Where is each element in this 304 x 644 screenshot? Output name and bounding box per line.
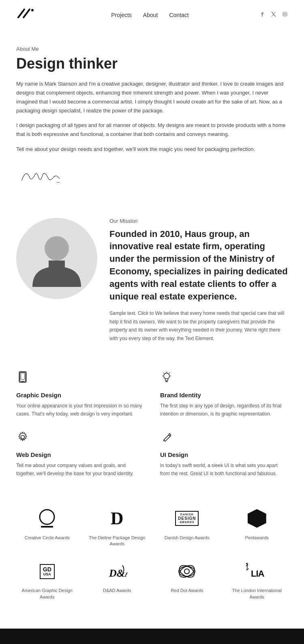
svg-point-25 [178, 563, 196, 580]
facebook-icon[interactable] [259, 11, 265, 19]
service-text-3: In today's swift world, a sleek UI is wh… [160, 461, 288, 478]
award-label-2: Danish Design Awards [165, 535, 209, 541]
navbar: Projects About Contact [0, 0, 304, 30]
award-label-3: Pentawards [245, 535, 269, 541]
nav-about[interactable]: About [143, 12, 158, 18]
svg-point-29 [246, 563, 248, 564]
award-label-6: Red Dot Awards [171, 588, 203, 594]
service-title-3: UI Design [160, 451, 288, 458]
service-text-2: Tell me about your company values and go… [16, 461, 144, 478]
service-title-1: Brand Identity [160, 392, 288, 398]
about-paragraph-3: Tell me about your design needs and toge… [16, 145, 288, 154]
red-dot-logo [178, 559, 196, 584]
mission-section: Our Mission Founded in 2010, Haus group,… [0, 202, 304, 359]
gear-icon [16, 431, 144, 446]
bulb-icon [160, 371, 288, 387]
award-agda: GD USA American Graphic Design Awards [16, 559, 78, 600]
svg-rect-9 [20, 373, 26, 382]
svg-rect-22 [41, 526, 53, 528]
about-title: Design thinker [16, 55, 288, 72]
about-label: About Me [16, 46, 288, 52]
svg-point-27 [184, 569, 189, 574]
service-title-2: Web Design [16, 451, 144, 458]
svg-rect-12 [21, 373, 25, 379]
dad-logo: D&A [107, 559, 127, 584]
svg-point-4 [284, 13, 286, 15]
award-pentawards: Pentawards [226, 506, 288, 547]
about-paragraph-2: I design packaging of all types and for … [16, 121, 288, 139]
service-brand-identity: Brand Identity The first step in any typ… [160, 371, 288, 418]
mission-body: Sample text. Click to We believe that ev… [109, 309, 288, 342]
nav-contact[interactable]: Contact [169, 12, 188, 18]
awards-row-2: GD USA American Graphic Design Awards D&… [16, 559, 288, 600]
about-section: About Me Design thinker My name is Mark … [0, 30, 304, 202]
svg-text:D&A: D&A [109, 567, 127, 579]
signature [16, 164, 288, 190]
award-dieline: D The Dieline Package Design Awards [86, 506, 148, 547]
pentawards-logo [248, 506, 266, 531]
awards-section: Creative Circle Awards D The Dieline Pac… [0, 494, 304, 629]
service-web-design: Web Design Tell me about your company va… [16, 431, 144, 478]
phone-icon [16, 371, 144, 387]
service-title-0: Graphic Design [16, 392, 144, 398]
nav-social [259, 11, 288, 19]
svg-rect-8 [49, 261, 65, 269]
award-label-5: D&AD Awards [103, 588, 131, 594]
logo [16, 7, 41, 22]
services-section: Graphic Design Your online appearance is… [0, 359, 304, 494]
award-label-4: American Graphic Design Awards [16, 588, 78, 600]
service-text-1: The first step in any type of design, re… [160, 402, 288, 418]
instagram-icon[interactable] [282, 11, 288, 19]
svg-line-16 [163, 373, 164, 373]
award-red-dot: Red Dot Awards [156, 559, 218, 600]
svg-line-17 [169, 373, 170, 373]
svg-point-7 [45, 236, 69, 261]
mission-label: Our Mission [109, 218, 288, 224]
pencil-icon [160, 431, 288, 446]
svg-point-26 [179, 566, 195, 576]
service-text-0: Your online appearance is your first imp… [16, 402, 144, 418]
svg-point-21 [40, 510, 54, 524]
award-dad: D&A D&AD Awards [86, 559, 148, 600]
footer: Number, Street Name City, Country, Zip C… [0, 629, 304, 644]
svg-text:LIA: LIA [251, 569, 265, 579]
creative-circle-logo [37, 506, 57, 531]
mission-image [16, 218, 97, 299]
service-graphic-design: Graphic Design Your online appearance is… [16, 371, 144, 418]
svg-point-5 [286, 13, 286, 13]
mission-heading: Founded in 2010, Haus group, an innovati… [109, 228, 288, 303]
award-label-7: The London International Awards [226, 588, 288, 600]
lia-logo: LIA [243, 559, 271, 584]
x-icon[interactable] [271, 11, 276, 19]
svg-point-20 [21, 435, 25, 439]
svg-point-13 [164, 373, 169, 379]
service-ui-design: UI Design In today's swift world, a slee… [160, 431, 288, 478]
nav-links: Projects About Contact [111, 12, 188, 18]
nav-projects[interactable]: Projects [111, 12, 132, 18]
award-creative-circle: Creative Circle Awards [16, 506, 78, 547]
award-label-0: Creative Circle Awards [25, 535, 70, 541]
services-grid: Graphic Design Your online appearance is… [16, 371, 288, 478]
about-paragraph-1: My name is Mark Stanson and I'm a creati… [16, 80, 288, 115]
award-danish: DANISH DESIGN AWARDS Danish Design Award… [156, 506, 218, 547]
award-lia: LIA The London International Awards [226, 559, 288, 600]
danish-logo: DANISH DESIGN AWARDS [175, 506, 199, 531]
awards-row-1: Creative Circle Awards D The Dieline Pac… [16, 506, 288, 547]
svg-point-2 [31, 9, 34, 11]
dieline-logo: D [111, 506, 124, 531]
svg-rect-3 [283, 12, 287, 16]
mission-content: Our Mission Founded in 2010, Haus group,… [109, 218, 288, 342]
agda-logo: GD USA [40, 559, 55, 584]
award-label-1: The Dieline Package Design Awards [86, 535, 148, 547]
